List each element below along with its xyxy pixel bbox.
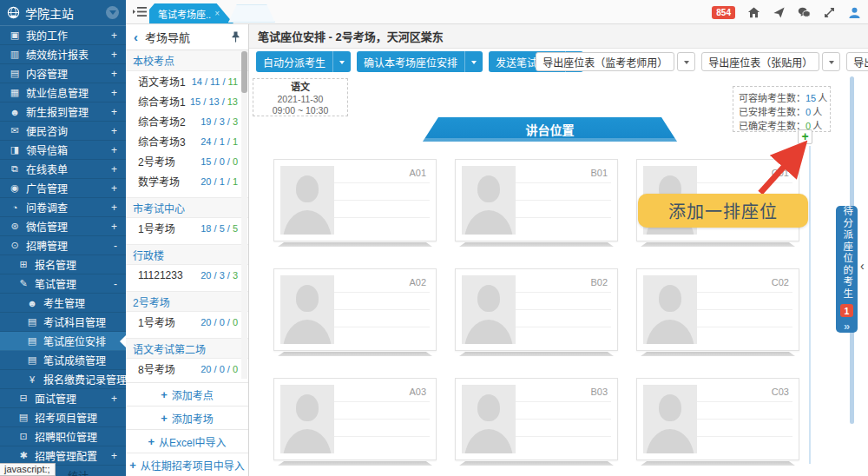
sidebar-item[interactable]: ▦ 就业信息管理 +: [0, 83, 126, 102]
expand-toggle-icon[interactable]: +: [111, 49, 117, 61]
exam-room-row[interactable]: 8号考场 20 / 0 / 0: [126, 359, 248, 379]
exam-room-row[interactable]: 市考试中心: [126, 197, 248, 218]
dropdown-caret-icon[interactable]: [332, 51, 351, 72]
send-icon[interactable]: [773, 6, 786, 19]
seat-card[interactable]: A01: [273, 159, 437, 247]
sidebar-item-label: 广告管理: [26, 181, 68, 195]
nav-action-button[interactable]: + 从往期招考项目中导入: [126, 453, 248, 476]
sidebar-item[interactable]: ⊟ 面试管理 +: [0, 389, 126, 408]
seat-counts: 15 / 0 /: [201, 156, 230, 167]
expand-toggle-icon[interactable]: +: [111, 106, 117, 118]
export-button[interactable]: 导出签到表: [846, 52, 868, 71]
table-icon: ⊞: [17, 259, 30, 270]
expand-panel-icon[interactable]: »: [844, 320, 850, 333]
exam-room-row[interactable]: 综合考场1 15 / 13 / 13: [126, 91, 248, 111]
export-button[interactable]: 导出座位表（监考老师用）: [536, 52, 674, 71]
expand-toggle-icon[interactable]: +: [111, 182, 117, 195]
seat-card[interactable]: A02: [273, 268, 437, 356]
add-seat-row-button[interactable]: +: [798, 129, 812, 144]
home-icon[interactable]: [747, 6, 760, 19]
doc-icon: ▤: [17, 412, 30, 423]
expand-toggle-icon[interactable]: +: [111, 30, 117, 42]
nav-action-button[interactable]: + 添加考点: [126, 382, 248, 406]
seat-card[interactable]: B02: [455, 268, 618, 356]
sidebar-item[interactable]: ☻ 新生报到管理 +: [0, 102, 126, 122]
toggle-menu-icon[interactable]: [133, 6, 147, 17]
sidebar-item[interactable]: ▥ 绩效统计报表 +: [0, 45, 126, 64]
expand-toggle-icon[interactable]: -: [114, 278, 117, 290]
seat-card[interactable]: C03: [636, 378, 799, 466]
sidebar-item[interactable]: ⊡ 招聘职位管理: [0, 427, 126, 446]
seat-card[interactable]: A03: [273, 378, 437, 466]
exam-room-row[interactable]: 1号考场 18 / 5 / 5: [126, 218, 248, 238]
user-avatar-icon[interactable]: [848, 6, 861, 19]
sidebar-item[interactable]: ◉ 广告管理 +: [0, 179, 126, 198]
pending-students-panel-tab[interactable]: 待分派座位的考生 1 »: [836, 206, 858, 333]
sidebar-item[interactable]: ▤ 考试科目管理: [0, 313, 126, 332]
exam-room-row[interactable]: 语文考场1 14 / 11 / 11: [126, 71, 248, 91]
sidebar-item[interactable]: ⧉ 在线表单 +: [0, 160, 126, 179]
nav-action-button[interactable]: + 添加考场: [126, 406, 248, 429]
nav-action-button[interactable]: + 从Excel中导入: [126, 429, 248, 453]
expand-toggle-icon[interactable]: -: [114, 240, 117, 252]
sidebar-item[interactable]: ▤ 笔试成绩管理: [0, 351, 126, 370]
expand-toggle-icon[interactable]: +: [111, 163, 117, 175]
exam-room-row[interactable]: 1号考场 20 / 0 / 0: [126, 312, 248, 332]
primary-action-button[interactable]: 确认本考场座位安排: [357, 51, 483, 72]
seat-card[interactable]: C02: [636, 268, 799, 356]
exam-room-row[interactable]: 11121233 20 / 3 / 3: [126, 265, 248, 285]
exam-room-row[interactable]: 2号考场: [126, 291, 248, 312]
collapse-right-icon[interactable]: ‹: [860, 259, 865, 273]
exam-room-row[interactable]: 数学考场 20 / 1 / 1: [126, 171, 248, 191]
sidebar-item[interactable]: ▣ 我的工作 +: [0, 26, 126, 45]
expand-toggle-icon[interactable]: +: [111, 125, 117, 137]
person-silhouette: [280, 166, 334, 235]
tab-close-icon[interactable]: ×: [214, 9, 220, 18]
sidebar-item[interactable]: ▤ 内容管理 +: [0, 64, 126, 83]
sidebar-item[interactable]: ◔ 问卷调查 +: [0, 198, 126, 217]
sidebar-item[interactable]: ▤ 笔试座位安排: [0, 332, 126, 351]
sidebar-item[interactable]: ✉ 便民咨询 +: [0, 122, 126, 141]
expand-toggle-icon[interactable]: +: [111, 202, 117, 214]
exam-room-row[interactable]: 本校考点: [126, 50, 248, 71]
seat-card[interactable]: B01: [455, 159, 618, 247]
dropdown-caret-icon[interactable]: [464, 51, 483, 72]
exam-room-row[interactable]: 2号考场 15 / 0 / 0: [126, 151, 248, 171]
collapse-panel-icon[interactable]: ‹: [134, 30, 138, 43]
expand-toggle-icon[interactable]: +: [111, 144, 117, 156]
seat-label: A01: [334, 166, 430, 178]
primary-action-button[interactable]: 自动分派考生: [256, 51, 351, 72]
brand-header[interactable]: 学院主站: [0, 0, 126, 26]
tab-exam-room-seats[interactable]: 笔试考场座.. ×: [149, 3, 233, 23]
sidebar-item[interactable]: ☻ 考生管理: [0, 294, 126, 313]
nav-scrollbar[interactable]: [241, 51, 247, 379]
chevron-circle-down-icon[interactable]: [106, 6, 119, 19]
seat-card-base: [278, 352, 432, 356]
expand-toggle-icon[interactable]: +: [111, 68, 117, 80]
exam-room-row[interactable]: 综合考场2 19 / 3 / 3: [126, 111, 248, 131]
sidebar-item[interactable]: ¥ 报名缴费记录管理: [0, 370, 126, 389]
chat-icon[interactable]: [798, 6, 811, 19]
sidebar-item[interactable]: ✎ 笔试管理 -: [0, 274, 126, 294]
export-button[interactable]: 导出座位表（张贴用）: [701, 52, 819, 71]
expand-toggle-icon[interactable]: +: [111, 393, 117, 405]
sidebar-item[interactable]: ⊛ 微信管理 +: [0, 217, 126, 236]
sidebar-item[interactable]: ▤ 招考项目管理: [0, 408, 126, 427]
ad-icon: ◉: [9, 182, 21, 194]
exam-room-row[interactable]: 行政楼: [126, 244, 248, 265]
pin-icon[interactable]: [231, 31, 240, 43]
expand-toggle-icon[interactable]: +: [111, 87, 117, 99]
expand-toggle-icon[interactable]: +: [111, 450, 117, 462]
dropdown-caret-icon[interactable]: [822, 52, 840, 71]
exam-room-row[interactable]: 综合考场3 24 / 1 / 1: [126, 131, 248, 151]
seat-card[interactable]: B03: [455, 378, 618, 466]
sidebar-item[interactable]: ◨ 领导信箱 +: [0, 141, 126, 160]
expand-icon[interactable]: [823, 6, 836, 19]
nav-scrollbar-thumb[interactable]: [241, 51, 247, 93]
exam-room-row[interactable]: 语文考试第二场: [126, 338, 248, 359]
expand-toggle-icon[interactable]: +: [111, 221, 117, 233]
sidebar-item[interactable]: ⊞ 报名管理: [0, 255, 126, 274]
sidebar-item[interactable]: ⊙ 招聘管理 -: [0, 236, 126, 255]
dropdown-caret-icon[interactable]: [677, 52, 695, 71]
notification-badge[interactable]: 854: [712, 6, 735, 19]
